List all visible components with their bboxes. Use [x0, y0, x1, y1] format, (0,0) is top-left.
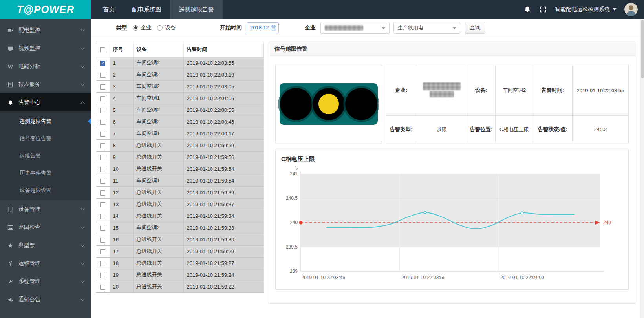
- row-checkbox[interactable]: [100, 73, 105, 78]
- system-name-menu[interactable]: 智能配电运检检测系统: [555, 6, 617, 13]
- submenu-item-device-limit-setting[interactable]: 设备越限设置: [0, 182, 91, 199]
- row-checkbox[interactable]: [100, 132, 105, 137]
- table-row[interactable]: 13总进线开关2019-01-10 21:59:37: [96, 198, 263, 210]
- tab-distribution-diagram[interactable]: 配电系统图: [123, 0, 170, 19]
- query-button[interactable]: 查询: [465, 22, 485, 34]
- row-checkbox[interactable]: [100, 285, 105, 290]
- row-checkbox[interactable]: [100, 155, 105, 160]
- row-checkbox[interactable]: [100, 214, 105, 219]
- enterprise-select[interactable]: [320, 22, 390, 34]
- row-checkbox[interactable]: [100, 108, 105, 113]
- camera-icon: [7, 27, 14, 34]
- table-row[interactable]: ✓1车间空调22019-01-10 22:03:55: [96, 57, 263, 69]
- voltage-chart-card: C相电压上限 239239.5240240.5241V2019-01-10 22…: [275, 150, 629, 290]
- row-checkbox[interactable]: [100, 226, 105, 231]
- submenu-item-history-event-alarm[interactable]: 历史事件告警: [0, 164, 91, 182]
- row-checkbox[interactable]: [100, 84, 105, 90]
- sidebar-item-system-management[interactable]: 系统管理: [0, 272, 91, 291]
- page-scrollbar[interactable]: [640, 19, 644, 318]
- cell-time: 2019-01-10 22:03:19: [183, 69, 263, 80]
- table-row[interactable]: 17总进线开关2019-01-10 21:59:29: [96, 245, 263, 257]
- radio-device[interactable]: 设备: [157, 24, 176, 31]
- row-checkbox[interactable]: [100, 143, 105, 148]
- sidebar-item-notice-announcement[interactable]: 通知公告: [0, 291, 91, 309]
- radio-enterprise[interactable]: 企业: [133, 24, 152, 31]
- cell-no: 2: [110, 69, 133, 80]
- cell-device: 总进线开关: [133, 281, 183, 292]
- select-all-checkbox[interactable]: [100, 47, 105, 52]
- row-checkbox[interactable]: [100, 249, 105, 254]
- cell-time: 2019-01-10 22:01:06: [183, 92, 263, 104]
- row-checkbox[interactable]: [100, 120, 105, 125]
- chevron-up-icon: [81, 101, 85, 105]
- row-checkbox[interactable]: [100, 202, 105, 207]
- table-row[interactable]: 18总进线开关2019-01-10 21:59:27: [96, 257, 263, 269]
- content: 序号 设备 告警时间 ✓1车间空调22019-01-10 22:03:552车间…: [91, 37, 640, 318]
- calendar-icon: [271, 25, 276, 31]
- tab-telemetry-limit-alarm[interactable]: 遥测越限告警: [170, 0, 223, 19]
- sidebar-item-label: 配电监控: [18, 27, 81, 34]
- table-row[interactable]: 20总进线开关2019-01-10 21:59:22: [96, 281, 263, 292]
- table-row[interactable]: 19总进线开关2019-01-10 21:59:24: [96, 269, 263, 281]
- row-checkbox[interactable]: [100, 96, 105, 101]
- table-row[interactable]: 2车间空调22019-01-10 22:03:19: [96, 69, 263, 80]
- sidebar-item-device-management[interactable]: 设备管理: [0, 200, 91, 218]
- cell-device: 车间空调2: [133, 80, 183, 92]
- sidebar-item-typical-ticket[interactable]: 典型票: [0, 236, 91, 254]
- table-row[interactable]: 4车间空调12019-01-10 22:01:06: [96, 92, 263, 104]
- cell-no: 17: [110, 245, 133, 257]
- radio-selected-icon: [133, 25, 138, 31]
- sidebar-item-report-service[interactable]: 报表服务: [0, 75, 91, 93]
- sidebar-item-ops-management[interactable]: 运维管理: [0, 254, 91, 272]
- table-row[interactable]: 16总进线开关2019-01-10 21:59:30: [96, 234, 263, 245]
- submenu-item-telemetry-limit-alarm[interactable]: 遥测越限告警: [0, 113, 91, 130]
- submenu-item-signal-change-alarm[interactable]: 信号变位告警: [0, 130, 91, 147]
- table-row[interactable]: 9总进线开关2019-01-10 21:59:56: [96, 151, 263, 163]
- row-checkbox[interactable]: [100, 179, 105, 184]
- submenu-item-ops-alarm[interactable]: 运维告警: [0, 147, 91, 164]
- alarm-time-value: 2019-01-10 22:03:55: [573, 65, 629, 116]
- fullscreen-icon[interactable]: [539, 5, 547, 13]
- traffic-light-card: [275, 65, 382, 143]
- sidebar-item-distribution-monitoring[interactable]: 配电监控: [0, 21, 91, 39]
- row-checkbox[interactable]: [100, 261, 105, 266]
- sidebar-item-label: 报表服务: [18, 81, 81, 88]
- device-value: 车间空调2: [496, 65, 533, 116]
- svg-text:2019-01-10 22:04:00: 2019-01-10 22:04:00: [500, 275, 544, 280]
- row-checkbox[interactable]: [100, 190, 105, 196]
- table-row[interactable]: 5车间空调22019-01-10 22:00:55: [96, 104, 263, 116]
- lamp-left-off: [280, 88, 312, 120]
- table-row[interactable]: 14总进线开关2019-01-10 21:59:34: [96, 210, 263, 222]
- table-row[interactable]: 8总进线开关2019-01-10 21:59:59: [96, 139, 263, 151]
- row-checkbox[interactable]: ✓: [100, 61, 105, 66]
- sidebar-item-label: 典型票: [18, 242, 81, 249]
- avatar[interactable]: [624, 3, 638, 16]
- row-checkbox[interactable]: [100, 167, 105, 172]
- cell-device: 车间空调2: [133, 69, 183, 80]
- table-row[interactable]: 7车间空调12019-01-10 22:00:17: [96, 128, 263, 139]
- table-row[interactable]: 3车间空调22019-01-10 22:03:05: [96, 80, 263, 92]
- row-checkbox[interactable]: [100, 238, 105, 243]
- detail-panel-title: 信号越限告警: [269, 42, 635, 56]
- table-row[interactable]: 11车间空调12019-01-10 21:59:54: [96, 175, 263, 186]
- sidebar-item-energy-analysis[interactable]: 电能分析: [0, 57, 91, 75]
- table-row[interactable]: 6车间空调22019-01-10 22:00:45: [96, 116, 263, 128]
- table-row[interactable]: 12总进线开关2019-01-10 21:59:39: [96, 186, 263, 198]
- start-time-input[interactable]: 2018-12: [247, 22, 279, 33]
- sidebar-item-alarm-center[interactable]: 告警中心: [0, 93, 91, 111]
- table-row[interactable]: 15车间空调22019-01-10 21:59:33: [96, 222, 263, 234]
- scrollbar-thumb[interactable]: [641, 20, 644, 78]
- bell-icon[interactable]: [523, 5, 531, 13]
- topbar-right: 智能配电运检检测系统: [523, 0, 644, 19]
- tab-home[interactable]: 首页: [94, 0, 123, 19]
- cell-no: 13: [110, 198, 133, 210]
- row-checkbox[interactable]: [100, 273, 105, 278]
- enterprise-label: 企业:: [386, 65, 416, 116]
- svg-text:240: 240: [603, 220, 611, 225]
- cell-no: 6: [110, 116, 133, 128]
- table-row[interactable]: 10总进线开关2019-01-10 21:59:54: [96, 163, 263, 175]
- line-select[interactable]: 生产线用电: [393, 22, 460, 34]
- sidebar-item-label: 运维管理: [18, 260, 81, 267]
- sidebar-item-patrol-inspection[interactable]: 巡回检查: [0, 218, 91, 236]
- sidebar-item-video-monitoring[interactable]: 视频监控: [0, 39, 91, 57]
